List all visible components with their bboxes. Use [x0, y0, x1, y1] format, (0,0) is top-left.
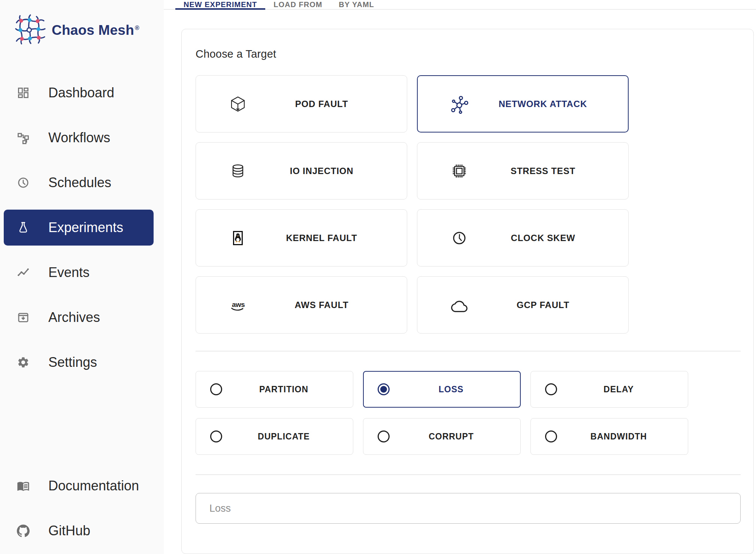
sidebar-item-settings[interactable]: Settings [4, 344, 154, 380]
sidebar-item-archives[interactable]: Archives [4, 299, 154, 335]
clock-skew-icon [446, 229, 473, 247]
target-card-label: KERNEL FAULT [251, 233, 407, 243]
experiments-flask-icon [17, 221, 30, 234]
stress-test-cpu-icon [446, 162, 473, 180]
action-label: DUPLICATE [222, 432, 353, 442]
target-card-stress-test[interactable]: STRESS TEST [417, 142, 629, 200]
page-title: Choose a Target [196, 48, 741, 60]
action-label: DELAY [557, 384, 688, 395]
brand-name: Chaos Mesh® [52, 22, 139, 38]
sidebar-item-label: GitHub [48, 523, 90, 539]
io-injection-icon [224, 162, 251, 180]
sidebar-item-label: Workflows [48, 130, 110, 146]
target-card-clock-skew[interactable]: CLOCK SKEW [417, 209, 629, 267]
target-card-pod-fault[interactable]: POD FAULT [196, 75, 407, 133]
action-radio-duplicate[interactable]: DUPLICATE [196, 418, 353, 455]
sidebar-item-label: Dashboard [48, 85, 114, 101]
tab-by-yaml[interactable]: BY YAML [330, 0, 382, 9]
target-card-label: STRESS TEST [473, 166, 628, 176]
target-card-label: NETWORK ATTACK [473, 99, 628, 109]
target-card-network-attack[interactable]: NETWORK ATTACK [417, 75, 629, 133]
tab-bar: NEW EXPERIMENT LOAD FROM BY YAML [164, 0, 756, 10]
github-icon [17, 524, 30, 537]
target-card-gcp-fault[interactable]: GCP FAULT [417, 276, 629, 334]
sidebar-item-workflows[interactable]: Workflows [4, 120, 154, 156]
section-divider [196, 351, 741, 351]
action-label: LOSS [390, 384, 520, 395]
target-card-kernel-fault[interactable]: KERNEL FAULT [196, 209, 407, 267]
kernel-fault-tux-icon [224, 229, 251, 247]
registered-mark: ® [135, 25, 139, 31]
loss-input-row [196, 493, 741, 524]
documentation-book-icon [17, 480, 30, 492]
workflows-icon [17, 131, 30, 144]
action-radio-loss[interactable]: LOSS [363, 371, 521, 408]
settings-gear-icon [17, 356, 30, 369]
events-icon [17, 266, 30, 279]
radio-unchecked-icon[interactable] [210, 383, 222, 395]
target-card-label: GCP FAULT [473, 300, 628, 310]
action-radio-corrupt[interactable]: CORRUPT [363, 418, 521, 455]
tab-new-experiment[interactable]: NEW EXPERIMENT [175, 0, 265, 9]
sidebar-item-label: Archives [48, 310, 100, 325]
radio-unchecked-icon[interactable] [545, 430, 557, 442]
sidebar-item-documentation[interactable]: Documentation [4, 468, 154, 504]
sidebar-item-schedules[interactable]: Schedules [4, 165, 154, 201]
action-label: PARTITION [222, 384, 353, 395]
target-card-label: IO INJECTION [251, 166, 407, 176]
sidebar-item-label: Experiments [48, 220, 123, 235]
target-card-io-injection[interactable]: IO INJECTION [196, 142, 407, 200]
network-action-grid: PARTITION LOSS DELAY DUPLICATE CORRUPT [196, 371, 741, 455]
action-radio-delay[interactable]: DELAY [530, 371, 688, 408]
sidebar: Chaos Mesh® Dashboard [0, 0, 164, 554]
action-radio-partition[interactable]: PARTITION [196, 371, 353, 408]
dashboard-icon [17, 86, 30, 99]
network-attack-icon [446, 94, 473, 114]
target-card-label: AWS FAULT [251, 300, 407, 310]
action-radio-bandwidth[interactable]: BANDWIDTH [530, 418, 688, 455]
gcp-fault-cloud-icon [446, 296, 473, 314]
action-label: BANDWIDTH [557, 432, 688, 442]
sidebar-item-experiments[interactable]: Experiments [4, 210, 154, 246]
sidebar-item-dashboard[interactable]: Dashboard [4, 75, 154, 111]
action-label: CORRUPT [390, 432, 520, 442]
tab-load-from[interactable]: LOAD FROM [265, 0, 330, 9]
sidebar-item-events[interactable]: Events [4, 255, 154, 290]
app-root: Chaos Mesh® Dashboard [0, 0, 756, 554]
target-card-label: POD FAULT [251, 99, 407, 109]
sidebar-item-label: Schedules [48, 175, 111, 191]
sidebar-item-label: Documentation [48, 478, 139, 494]
loss-input[interactable] [196, 493, 741, 524]
sidebar-item-label: Settings [48, 354, 97, 370]
radio-unchecked-icon[interactable] [210, 430, 222, 442]
sidebar-bottom-group: Documentation GitHub [0, 468, 164, 554]
pod-fault-icon [224, 95, 251, 113]
main-content: NEW EXPERIMENT LOAD FROM BY YAML Choose … [164, 0, 756, 554]
radio-checked-icon[interactable] [378, 383, 390, 395]
radio-unchecked-icon[interactable] [378, 430, 390, 442]
schedules-icon [17, 176, 30, 189]
sidebar-item-label: Events [48, 265, 90, 280]
radio-unchecked-icon[interactable] [545, 383, 557, 395]
archives-icon [17, 311, 30, 324]
svg-text:aws: aws [232, 301, 245, 308]
target-card-label: CLOCK SKEW [473, 233, 628, 243]
sidebar-nav: Dashboard Workflows [0, 75, 164, 554]
sidebar-item-github[interactable]: GitHub [4, 513, 154, 549]
new-experiment-panel: Choose a Target POD FAULT [181, 29, 754, 554]
target-card-aws-fault[interactable]: aws AWS FAULT [196, 276, 407, 334]
aws-fault-icon: aws [224, 296, 251, 314]
target-grid: POD FAULT [196, 75, 741, 334]
section-divider [196, 474, 741, 475]
brand-logo: Chaos Mesh® [15, 15, 164, 46]
chaos-mesh-logo-icon [15, 14, 46, 46]
